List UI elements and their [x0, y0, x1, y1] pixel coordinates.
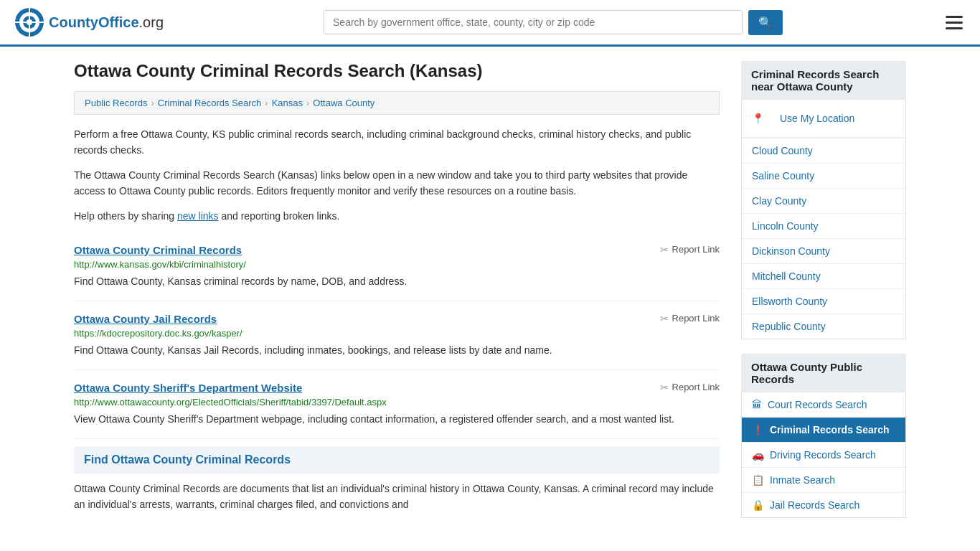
- report-link-label-3: Report Link: [672, 382, 720, 392]
- public-records-list: 🏛 Court Records Search ❗ Criminal Record…: [741, 392, 906, 518]
- description-3-pre: Help others by sharing: [74, 210, 177, 222]
- jail-records-link[interactable]: 🔒 Jail Records Search: [742, 493, 905, 517]
- result-header: Ottawa County Jail Records ✂ Report Link: [74, 313, 720, 325]
- clay-county-link[interactable]: Clay County: [742, 189, 905, 213]
- report-link-label-2: Report Link: [672, 313, 720, 324]
- mitchell-county-link[interactable]: Mitchell County: [742, 264, 905, 288]
- breadcrumb-ottawa-county[interactable]: Ottawa County: [313, 98, 374, 108]
- list-item: Dickinson County: [742, 239, 905, 264]
- result-item: Ottawa County Jail Records ✂ Report Link…: [74, 301, 720, 370]
- result-title-2[interactable]: Ottawa County Jail Records: [74, 313, 217, 325]
- content-area: Ottawa County Criminal Records Search (K…: [74, 61, 720, 532]
- result-url-1[interactable]: http://www.kansas.gov/kbi/criminalhistor…: [74, 259, 720, 270]
- inmate-search-label: Inmate Search: [770, 474, 835, 486]
- list-item: Clay County: [742, 189, 905, 214]
- report-link-button-1[interactable]: ✂ Report Link: [660, 244, 720, 255]
- driving-records-link[interactable]: 🚗 Driving Records Search: [742, 443, 905, 467]
- inmate-search-item: 📋 Inmate Search: [742, 468, 905, 493]
- criminal-records-label: Criminal Records Search: [770, 424, 890, 435]
- result-item: Ottawa County Sheriff's Department Websi…: [74, 370, 720, 439]
- nearby-counties-list: 📍 Use My Location Cloud County Saline Co…: [741, 100, 906, 339]
- ellsworth-county-link[interactable]: Ellsworth County: [742, 289, 905, 314]
- clipboard-icon: 📋: [752, 474, 764, 486]
- sidebar-public-records-header: Ottawa County Public Records: [741, 354, 906, 392]
- result-url-2[interactable]: https://kdocrepository.doc.ks.gov/kasper…: [74, 328, 720, 339]
- result-url-3[interactable]: http://www.ottawacounty.org/ElectedOffic…: [74, 397, 720, 408]
- sidebar-nearby-header: Criminal Records Search near Ottawa Coun…: [741, 61, 906, 100]
- find-section: Find Ottawa County Criminal Records Otta…: [74, 446, 720, 513]
- find-section-title: Find Ottawa County Criminal Records: [74, 446, 720, 474]
- cloud-county-link[interactable]: Cloud County: [742, 138, 905, 163]
- republic-county-link[interactable]: Republic County: [742, 314, 905, 339]
- main-container: Ottawa County Criminal Records Search (K…: [60, 47, 920, 547]
- scissors-icon-3: ✂: [660, 382, 669, 393]
- breadcrumb-criminal-records-search[interactable]: Criminal Records Search: [158, 98, 262, 108]
- logo-area: CountyOffice.org: [14, 7, 164, 37]
- sidebar: Criminal Records Search near Ottawa Coun…: [741, 61, 906, 532]
- criminal-records-item: ❗ Criminal Records Search: [742, 418, 905, 443]
- result-desc-3: View Ottawa County Sheriff's Department …: [74, 412, 720, 427]
- list-item: Mitchell County: [742, 264, 905, 289]
- breadcrumb-sep-3: ›: [306, 98, 309, 108]
- description-2: The Ottawa County Criminal Records Searc…: [74, 167, 720, 199]
- list-item: Saline County: [742, 164, 905, 189]
- description-3: Help others by sharing new links and rep…: [74, 208, 720, 224]
- scissors-icon-2: ✂: [660, 313, 669, 324]
- search-button[interactable]: 🔍: [748, 10, 783, 35]
- driving-records-item: 🚗 Driving Records Search: [742, 443, 905, 468]
- inmate-search-link[interactable]: 📋 Inmate Search: [742, 468, 905, 492]
- lock-icon: 🔒: [752, 499, 764, 511]
- jail-records-item: 🔒 Jail Records Search: [742, 493, 905, 517]
- report-link-label-1: Report Link: [672, 244, 720, 255]
- search-area: 🔍: [324, 10, 783, 35]
- result-header: Ottawa County Sheriff's Department Websi…: [74, 382, 720, 394]
- court-records-item: 🏛 Court Records Search: [742, 392, 905, 418]
- breadcrumb-sep-2: ›: [265, 98, 268, 108]
- logo-text: CountyOffice.org: [49, 14, 164, 31]
- court-icon: 🏛: [752, 399, 762, 410]
- list-item: Cloud County: [742, 138, 905, 164]
- search-input[interactable]: [324, 10, 743, 34]
- new-links-link[interactable]: new links: [177, 210, 219, 222]
- result-item: Ottawa County Criminal Records ✂ Report …: [74, 232, 720, 301]
- result-desc-1: Find Ottawa County, Kansas criminal reco…: [74, 274, 720, 289]
- sidebar-nearby-section: Criminal Records Search near Ottawa Coun…: [741, 61, 906, 339]
- find-section-desc: Ottawa County Criminal Records are docum…: [74, 481, 720, 513]
- location-pin-icon: 📍: [752, 113, 764, 124]
- jail-records-label: Jail Records Search: [770, 499, 859, 511]
- list-item: Lincoln County: [742, 214, 905, 239]
- header: CountyOffice.org 🔍: [0, 0, 980, 47]
- car-icon: 🚗: [752, 449, 764, 461]
- court-records-label: Court Records Search: [768, 399, 867, 410]
- driving-records-label: Driving Records Search: [770, 449, 876, 461]
- use-location-item: 📍 Use My Location: [742, 100, 905, 138]
- list-item: Ellsworth County: [742, 289, 905, 314]
- logo-icon: [14, 7, 44, 37]
- result-desc-2: Find Ottawa County, Kansas Jail Records,…: [74, 343, 720, 358]
- court-records-link[interactable]: 🏛 Court Records Search: [742, 392, 905, 417]
- breadcrumb-public-records[interactable]: Public Records: [85, 98, 147, 108]
- breadcrumb: Public Records › Criminal Records Search…: [74, 91, 720, 115]
- page-title: Ottawa County Criminal Records Search (K…: [74, 61, 720, 81]
- sidebar-public-records-section: Ottawa County Public Records 🏛 Court Rec…: [741, 354, 906, 518]
- exclamation-icon: ❗: [752, 424, 764, 435]
- saline-county-link[interactable]: Saline County: [742, 164, 905, 188]
- lincoln-county-link[interactable]: Lincoln County: [742, 214, 905, 238]
- dickinson-county-link[interactable]: Dickinson County: [742, 239, 905, 263]
- list-item: Republic County: [742, 314, 905, 339]
- description-3-post: and reporting broken links.: [219, 210, 340, 222]
- hamburger-menu-button[interactable]: [943, 13, 966, 32]
- scissors-icon-1: ✂: [660, 244, 669, 255]
- results-list: Ottawa County Criminal Records ✂ Report …: [74, 232, 720, 439]
- result-title-1[interactable]: Ottawa County Criminal Records: [74, 244, 242, 256]
- breadcrumb-kansas[interactable]: Kansas: [272, 98, 303, 108]
- use-my-location-link[interactable]: Use My Location: [770, 106, 864, 131]
- result-title-3[interactable]: Ottawa County Sheriff's Department Websi…: [74, 382, 302, 394]
- criminal-records-link[interactable]: ❗ Criminal Records Search: [742, 418, 905, 442]
- breadcrumb-sep-1: ›: [151, 98, 154, 108]
- result-header: Ottawa County Criminal Records ✂ Report …: [74, 244, 720, 256]
- report-link-button-2[interactable]: ✂ Report Link: [660, 313, 720, 324]
- description-1: Perform a free Ottawa County, KS public …: [74, 126, 720, 159]
- report-link-button-3[interactable]: ✂ Report Link: [660, 382, 720, 393]
